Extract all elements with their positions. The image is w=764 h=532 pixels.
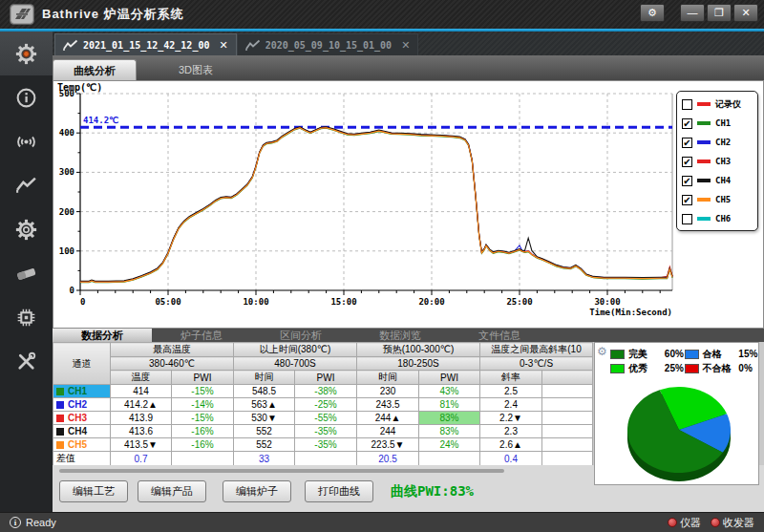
svg-text:25:00: 25:00: [506, 297, 532, 307]
sidebar-item-wireless[interactable]: [0, 119, 53, 163]
analysis-tab-1[interactable]: 炉子信息: [152, 329, 251, 342]
channel-cell[interactable]: 差值: [53, 452, 111, 466]
view-tab-curve-analysis[interactable]: 曲线分析: [53, 59, 137, 80]
sidebar-item-eraser[interactable]: [0, 251, 53, 295]
chart-y-axis-title: Temp(℃): [57, 82, 102, 93]
sidebar-item-chip[interactable]: [0, 295, 53, 339]
settings-button[interactable]: ⚙: [640, 4, 665, 22]
value-cell: 2.6▲: [480, 438, 542, 452]
table-row-CH2: CH2414.2▲-14%563▲-25%243.581%2.4: [53, 398, 593, 412]
svg-text:15:00: 15:00: [330, 297, 356, 307]
tab-close-icon[interactable]: ✕: [219, 39, 227, 52]
group-header: 温度之间最高斜率(10: [480, 343, 593, 357]
channel-cell[interactable]: CH2: [53, 398, 111, 412]
legend-checkbox-CH3[interactable]: ✔: [682, 157, 692, 167]
legend-label: CH3: [715, 157, 731, 166]
channel-swatch: [56, 401, 64, 409]
curve-file-icon: [245, 39, 261, 51]
legend-swatch: [697, 102, 711, 106]
curve-CH5: [80, 128, 672, 282]
value-cell: 33: [234, 452, 295, 466]
channel-cell[interactable]: CH4: [53, 425, 111, 438]
legend-swatch: [697, 198, 711, 202]
channel-cell[interactable]: CH1: [53, 385, 111, 398]
analysis-tab-3[interactable]: 数据浏览: [350, 329, 450, 342]
edit-button-2[interactable]: 编辑炉子: [223, 480, 291, 502]
svg-text:400: 400: [59, 128, 74, 138]
legend-label: CH5: [715, 195, 731, 204]
edit-button-3[interactable]: 打印曲线: [305, 480, 373, 502]
legend-checkbox-CH1[interactable]: ✔: [682, 118, 692, 129]
value-cell: 244: [357, 425, 419, 438]
file-tab-label: 2020_05_09_10_15_01_00: [265, 40, 392, 51]
value-cell: -55%: [295, 412, 357, 425]
legend-checkbox-CH6[interactable]: [682, 214, 692, 224]
sidebar-item-info[interactable]: [0, 75, 53, 119]
sidebar-item-preferences[interactable]: [0, 207, 53, 251]
sub-header: PWI: [172, 371, 234, 385]
legend-checkbox-CH2[interactable]: ✔: [682, 138, 692, 148]
analysis-tab-0[interactable]: 数据分析: [53, 329, 152, 342]
sub-header: [542, 371, 593, 385]
window-controls: ⚙—❐✕: [638, 4, 758, 22]
tab-close-icon[interactable]: ✕: [401, 39, 410, 52]
pie-value: 25%: [665, 363, 685, 373]
sidebar-item-tools[interactable]: [0, 339, 53, 383]
view-tab-3d-chart[interactable]: 3D图表: [137, 59, 255, 80]
legend-swatch: [697, 160, 711, 163]
sidebar-item-curve-chart[interactable]: [0, 163, 53, 207]
value-cell: 81%: [419, 398, 480, 412]
group-range: 0-3℃/S: [480, 357, 593, 371]
value-cell: -15%: [172, 412, 234, 425]
value-cell: 230: [357, 385, 419, 398]
table-row-CH1: CH1414-15%548.5-38%23043%2.5: [53, 385, 593, 398]
pie-value: 0%: [738, 363, 758, 373]
channel-cell[interactable]: CH3: [53, 412, 111, 425]
value-cell: [295, 452, 357, 466]
legend-swatch: [697, 217, 711, 221]
value-cell: -14%: [172, 398, 234, 412]
legend-swatch: [697, 179, 711, 182]
value-cell: 530▼: [234, 412, 295, 425]
value-cell: 43%: [419, 385, 480, 398]
file-tab-bar: 2021_01_15_12_42_12_00✕2020_05_09_10_15_…: [53, 32, 764, 55]
value-cell: 552: [234, 438, 295, 452]
maximize-button[interactable]: ❐: [707, 4, 732, 22]
pwi-pie-chart: [595, 375, 760, 483]
channel-swatch: [56, 441, 64, 449]
table-h-scrollbar[interactable]: [59, 469, 504, 473]
value-cell: [542, 438, 593, 452]
legend-checkbox-CH4[interactable]: ✔: [682, 176, 692, 186]
status-bar: i Ready 仪器收发器: [0, 512, 764, 532]
value-cell: 0.4: [480, 452, 542, 466]
sidebar-item-settings[interactable]: [0, 32, 53, 75]
file-tab-0[interactable]: 2021_01_15_12_42_12_00✕: [54, 33, 237, 55]
channel-swatch: [56, 415, 64, 422]
pie-settings-icon[interactable]: ⚙: [597, 345, 607, 358]
sub-header: PWI: [419, 371, 480, 385]
svg-text:0: 0: [80, 297, 85, 307]
curve-CH4: [80, 127, 672, 281]
pwi-pie-panel: ⚙ 完美60%合格15%优秀25%不合格0%: [594, 342, 759, 485]
channel-cell[interactable]: CH5: [53, 438, 111, 452]
value-cell: [542, 385, 593, 398]
info-icon: [14, 86, 38, 110]
analysis-tab-4[interactable]: 文件信息: [450, 329, 549, 342]
legend-checkbox-CH5[interactable]: ✔: [682, 195, 692, 205]
group-range: 480-700S: [234, 357, 357, 371]
status-ready-text: Ready: [26, 517, 56, 528]
analysis-tab-2[interactable]: 区间分析: [251, 329, 350, 342]
value-cell: 2.4: [480, 398, 542, 412]
file-tab-1[interactable]: 2020_05_09_10_15_01_00✕: [237, 33, 419, 55]
curve-file-icon: [63, 39, 78, 51]
device-dot-icon: [711, 518, 720, 527]
device-status-0: 仪器: [668, 516, 701, 530]
edit-button-1[interactable]: 编辑产品: [138, 480, 206, 502]
legend-checkbox-记录仪[interactable]: [682, 99, 692, 110]
close-button[interactable]: ✕: [733, 4, 758, 22]
edit-button-0[interactable]: 编辑工艺: [59, 480, 128, 502]
pie-swatch-不合格: [685, 364, 699, 373]
minimize-button[interactable]: —: [680, 4, 705, 22]
value-cell: 244▲: [357, 412, 419, 425]
svg-text:10:00: 10:00: [243, 297, 268, 307]
